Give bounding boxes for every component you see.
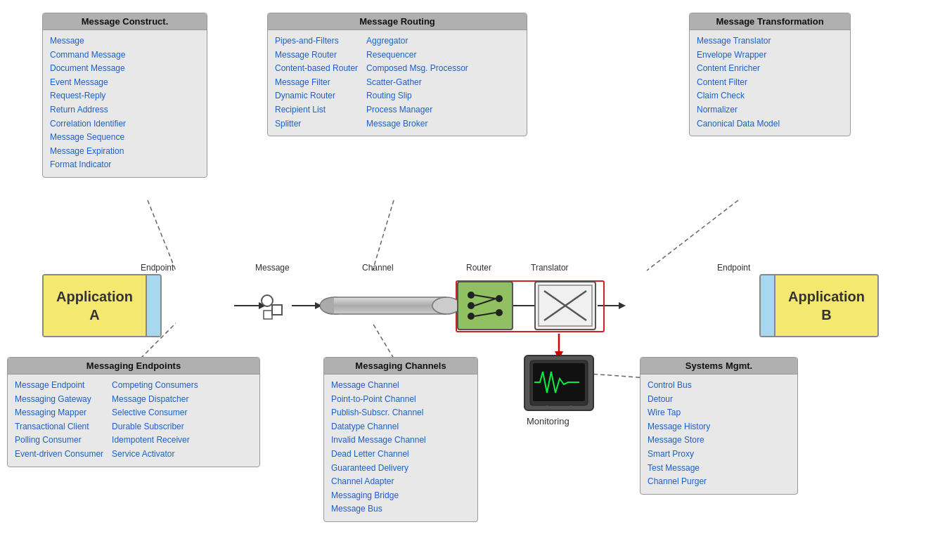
- box-item-link[interactable]: Selective Consumer: [112, 406, 198, 419]
- svg-line-0: [148, 200, 176, 271]
- box-item-link[interactable]: Scatter-Gather: [366, 76, 468, 89]
- box-item-link[interactable]: Point-to-Point Channel: [331, 393, 426, 406]
- svg-point-25: [432, 297, 461, 314]
- channel-label: Channel: [362, 263, 394, 273]
- box-item-link[interactable]: Format Indicator: [50, 158, 126, 171]
- svg-marker-15: [619, 302, 626, 309]
- box-item-link[interactable]: Document Message: [50, 62, 126, 75]
- endpoint-right-label: Endpoint: [717, 263, 750, 273]
- box-item-link[interactable]: Canonical Data Model: [697, 117, 780, 131]
- app-b-label: ApplicationB: [775, 275, 877, 336]
- svg-rect-20: [272, 305, 282, 315]
- box-item-link[interactable]: Content-based Router: [275, 62, 358, 75]
- box-item-link[interactable]: Normalizer: [697, 103, 780, 117]
- box-item-link[interactable]: Splitter: [275, 117, 358, 131]
- svg-line-2: [647, 200, 738, 271]
- box-item-link[interactable]: Test Message: [648, 462, 710, 475]
- router-box: [457, 281, 513, 330]
- box-item-link[interactable]: Idempotent Receiver: [112, 434, 198, 447]
- box-item-link[interactable]: Correlation Identifier: [50, 117, 126, 131]
- message-construct-title: Message Construct.: [43, 13, 207, 30]
- box-item-link[interactable]: Event Message: [50, 76, 126, 89]
- box-item-link[interactable]: Transactional Client: [15, 420, 103, 434]
- svg-line-4: [373, 323, 394, 358]
- diagram-container: Message Construct. MessageCommand Messag…: [0, 0, 940, 560]
- box-item-link[interactable]: Service Activator: [112, 448, 198, 461]
- monitoring-label: Monitoring: [527, 416, 569, 426]
- box-item-link[interactable]: Aggregator: [366, 34, 468, 48]
- svg-line-33: [475, 295, 496, 299]
- box-item-link[interactable]: Message Translator: [697, 34, 780, 48]
- box-item-link[interactable]: Message Endpoint: [15, 379, 103, 392]
- svg-point-28: [468, 292, 475, 299]
- messaging-endpoints-title: Messaging Endpoints: [8, 358, 259, 375]
- box-item-link[interactable]: Message History: [648, 420, 710, 434]
- box-item-link[interactable]: Routing Slip: [366, 89, 468, 103]
- box-item-link[interactable]: Messaging Mapper: [15, 406, 103, 419]
- message-label: Message: [255, 263, 290, 273]
- app-a-endpoint: [146, 275, 160, 336]
- box-item-link[interactable]: Message Filter: [275, 76, 358, 89]
- box-item-link[interactable]: Content Enricher: [697, 62, 780, 75]
- messaging-endpoints-col1: Message EndpointMessaging GatewayMessagi…: [15, 379, 103, 461]
- box-item-link[interactable]: Durable Subscriber: [112, 420, 198, 434]
- box-item-link[interactable]: Messaging Gateway: [15, 393, 103, 406]
- box-item-link[interactable]: Channel Adapter: [331, 475, 426, 488]
- box-item-link[interactable]: Wire Tap: [648, 406, 710, 419]
- systems-mgmt-box: Systems Mgmt. Control BusDetourWire TapM…: [640, 357, 798, 495]
- svg-point-32: [496, 309, 503, 316]
- svg-point-30: [468, 313, 475, 320]
- box-item-link[interactable]: Channel Purger: [648, 475, 710, 488]
- box-item-link[interactable]: Message Bus: [331, 502, 426, 516]
- box-item-link[interactable]: Envelope Wrapper: [697, 48, 780, 62]
- box-item-link[interactable]: Message Broker: [366, 117, 468, 131]
- box-item-link[interactable]: Dead Letter Channel: [331, 448, 426, 461]
- box-item-link[interactable]: Message: [50, 34, 126, 48]
- box-item-link[interactable]: Message Sequence: [50, 131, 126, 144]
- box-item-link[interactable]: Process Manager: [366, 103, 468, 117]
- endpoint-left-label: Endpoint: [141, 263, 174, 273]
- box-item-link[interactable]: Composed Msg. Processor: [366, 62, 468, 75]
- box-item-link[interactable]: Smart Proxy: [648, 448, 710, 461]
- svg-point-19: [262, 295, 273, 306]
- svg-point-31: [496, 295, 503, 302]
- box-item-link[interactable]: Content Filter: [697, 76, 780, 89]
- router-icon: [461, 285, 510, 327]
- box-item-link[interactable]: Messaging Bridge: [331, 489, 426, 502]
- box-item-link[interactable]: Recipient List: [275, 103, 358, 117]
- svg-line-34: [475, 299, 496, 306]
- box-item-link[interactable]: Resequencer: [366, 48, 468, 62]
- message-symbol: [257, 287, 295, 325]
- box-item-link[interactable]: Event-driven Consumer: [15, 448, 103, 461]
- box-item-link[interactable]: Message Router: [275, 48, 358, 62]
- box-item-link[interactable]: Dynamic Router: [275, 89, 358, 103]
- message-construct-box: Message Construct. MessageCommand Messag…: [42, 13, 207, 178]
- box-item-link[interactable]: Return Address: [50, 103, 126, 117]
- box-item-link[interactable]: Guaranteed Delivery: [331, 462, 426, 475]
- router-label: Router: [466, 263, 491, 273]
- messaging-channels-box: Messaging Channels Message ChannelPoint-…: [323, 357, 478, 522]
- box-item-link[interactable]: Invalid Message Channel: [331, 434, 426, 447]
- message-routing-col2: AggregatorResequencerComposed Msg. Proce…: [366, 34, 468, 130]
- monitoring-box: [524, 355, 594, 411]
- message-construct-col1: MessageCommand MessageDocument MessageEv…: [50, 34, 126, 171]
- messaging-channels-col1: Message ChannelPoint-to-Point ChannelPub…: [331, 379, 426, 516]
- box-item-link[interactable]: Message Channel: [331, 379, 426, 392]
- box-item-link[interactable]: Claim Check: [697, 89, 780, 103]
- svg-rect-24: [334, 297, 446, 314]
- box-item-link[interactable]: Message Expiration: [50, 145, 126, 158]
- translator-label: Translator: [531, 263, 569, 273]
- messaging-channels-title: Messaging Channels: [324, 358, 477, 375]
- box-item-link[interactable]: Polling Consumer: [15, 434, 103, 447]
- box-item-link[interactable]: Detour: [648, 393, 710, 406]
- box-item-link[interactable]: Datatype Channel: [331, 420, 426, 434]
- box-item-link[interactable]: Control Bus: [648, 379, 710, 392]
- box-item-link[interactable]: Message Dispatcher: [112, 393, 198, 406]
- svg-rect-21: [264, 311, 272, 319]
- box-item-link[interactable]: Competing Consumers: [112, 379, 198, 392]
- box-item-link[interactable]: Message Store: [648, 434, 710, 447]
- box-item-link[interactable]: Request-Reply: [50, 89, 126, 103]
- box-item-link[interactable]: Publish-Subscr. Channel: [331, 406, 426, 419]
- box-item-link[interactable]: Pipes-and-Filters: [275, 34, 358, 48]
- box-item-link[interactable]: Command Message: [50, 48, 126, 62]
